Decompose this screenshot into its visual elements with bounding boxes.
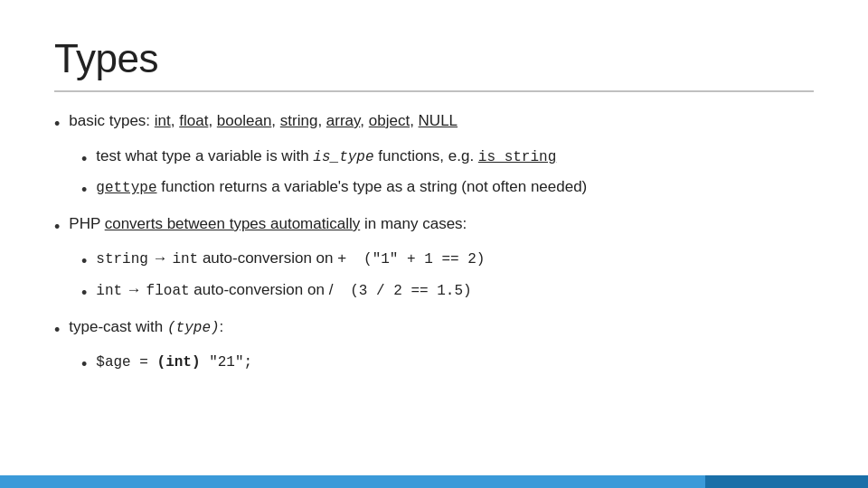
sub-list-3: • $age = (int) "21"; — [81, 349, 252, 380]
float-code: float — [146, 283, 190, 299]
sub-item-1-1: • test what type a variable is with is_t… — [81, 144, 587, 174]
content-area: • basic types: int, float, boolean, stri… — [54, 108, 814, 380]
list-item-1-text: basic types: int, float, boolean, string… — [69, 108, 814, 135]
divider — [54, 90, 814, 92]
type-cast-example: $age = (int) "21"; — [96, 354, 252, 371]
type-null: NULL — [419, 112, 458, 129]
bullet-2: • — [54, 213, 60, 241]
list-item-3-text: type-cast with (type): — [69, 314, 814, 341]
list-item-1-sub: • test what type a variable is with is_t… — [54, 142, 814, 206]
type-string: string — [280, 112, 318, 129]
type-float: float — [179, 112, 208, 129]
auto-convert-link: converts between types automatically — [105, 215, 361, 232]
int-code-2: int — [96, 283, 122, 299]
type-int: int — [155, 112, 171, 129]
is-type-code: is_type — [313, 149, 373, 165]
sub-item-2-1-text: string → int auto-conversion on + ("1" +… — [96, 246, 485, 272]
string-plus-int-example: ("1" + 1 == 2) — [363, 251, 485, 267]
string-to-int-code: string — [96, 251, 148, 267]
sub-item-1-1-text: test what type a variable is with is_typ… — [96, 144, 587, 170]
sub-bullet-1-2: • — [81, 176, 87, 204]
sub-item-1-2: • gettype function returns a variable's … — [81, 174, 587, 204]
sub-bullet-1-1: • — [81, 145, 87, 174]
gettype-link: gettype — [96, 180, 156, 196]
list-item-1: • basic types: int, float, boolean, stri… — [54, 108, 814, 138]
bottom-bar — [0, 475, 868, 488]
list-item-2-text: PHP converts between types automatically… — [69, 211, 814, 238]
sub-bullet-2-1: • — [81, 248, 87, 276]
list-item-3: • type-cast with (type): — [54, 314, 814, 344]
sub-item-2-2-text: int → float auto-conversion on / (3 / 2 … — [96, 277, 485, 304]
sub-bullet-3-1: • — [81, 351, 87, 379]
sub-item-1-2-text: gettype function returns a variable's ty… — [96, 174, 587, 201]
bullet-3: • — [54, 316, 60, 344]
type-array: array — [326, 112, 360, 129]
list-item-3-sub: • $age = (int) "21"; — [54, 347, 814, 380]
list-item-2-sub: • string → int auto-conversion on + ("1"… — [54, 244, 814, 308]
is-string-link: is_string — [478, 149, 556, 165]
slide: Types • basic types: int, float, boolean… — [0, 0, 868, 488]
sub-list-2: • string → int auto-conversion on + ("1"… — [81, 246, 485, 308]
int-code-1: int — [172, 251, 198, 267]
div-example: (3 / 2 == 1.5) — [350, 283, 471, 299]
sub-item-2-1: • string → int auto-conversion on + ("1"… — [81, 246, 485, 276]
sub-bullet-2-2: • — [81, 279, 87, 307]
sub-list-1: • test what type a variable is with is_t… — [81, 144, 587, 206]
bottom-bar-accent — [705, 475, 868, 488]
type-cast-syntax: (type) — [167, 320, 220, 336]
slide-title: Types — [54, 36, 814, 81]
sub-item-3-1-text: $age = (int) "21"; — [96, 349, 252, 375]
sub-item-3-1: • $age = (int) "21"; — [81, 349, 252, 379]
int-cast-bold: (int) — [157, 354, 201, 371]
list-item-2: • PHP converts between types automatical… — [54, 211, 814, 241]
main-list: • basic types: int, float, boolean, stri… — [54, 108, 814, 380]
bullet-1: • — [54, 110, 60, 138]
type-boolean: boolean — [217, 112, 272, 129]
sub-item-2-2: • int → float auto-conversion on / (3 / … — [81, 277, 485, 307]
type-object: object — [369, 112, 410, 129]
